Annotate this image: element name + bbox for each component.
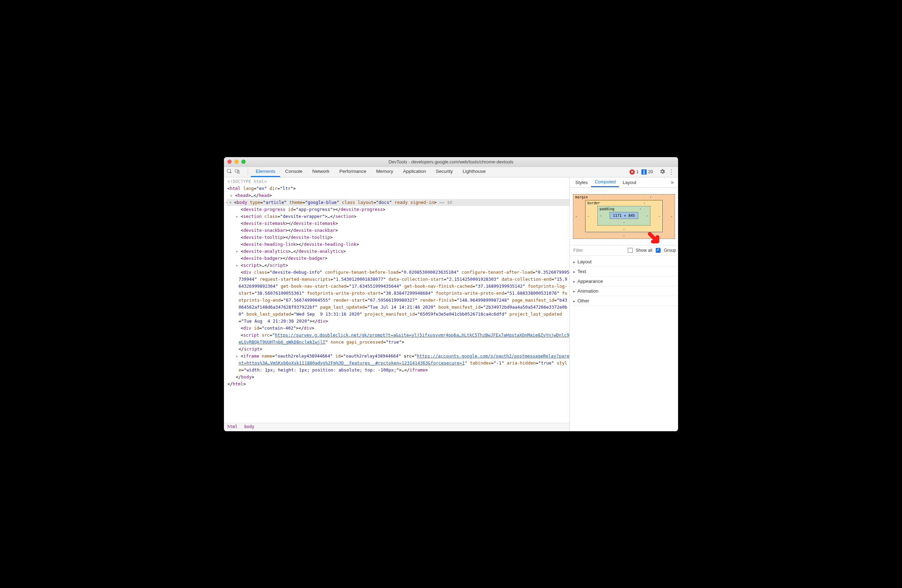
error-icon: ✕ xyxy=(630,169,635,175)
border-label: border xyxy=(587,202,600,205)
window-title: DevTools - developers.google.com/web/too… xyxy=(388,159,514,164)
group-label[interactable]: Group xyxy=(664,248,676,253)
close-icon[interactable] xyxy=(227,160,232,164)
svg-rect-2 xyxy=(238,170,239,173)
show-all-label[interactable]: Show all xyxy=(636,248,652,253)
message-count: 20 xyxy=(648,169,653,174)
sidebar: Styles Computed Layout » margin - - - - … xyxy=(570,177,678,431)
tab-styles[interactable]: Styles xyxy=(572,178,591,187)
minimize-icon[interactable] xyxy=(235,160,239,164)
message-icon: ❙ xyxy=(641,169,647,175)
tab-layout[interactable]: Layout xyxy=(619,178,640,187)
panel-tabs: Elements Console Network Performance Mem… xyxy=(251,167,490,177)
zoom-icon[interactable] xyxy=(241,160,246,164)
group-text[interactable]: Text xyxy=(570,267,678,277)
breadcrumb[interactable]: html body xyxy=(224,423,569,431)
group-animation[interactable]: Animation xyxy=(570,286,678,296)
content-size: 1171 × 845 xyxy=(609,212,638,219)
padding-label: padding xyxy=(600,207,614,211)
tab-network[interactable]: Network xyxy=(307,167,335,177)
more-menu-icon[interactable]: ⋮ xyxy=(668,170,675,174)
devtools-window: DevTools - developers.google.com/web/too… xyxy=(224,157,678,431)
elements-panel: <!DOCTYPE html><html lang="en" dir="ltr"… xyxy=(224,177,570,431)
main-toolbar: Elements Console Network Performance Mem… xyxy=(224,167,678,177)
crumb-body[interactable]: body xyxy=(244,424,254,429)
error-count: 1 xyxy=(636,169,639,174)
tab-console[interactable]: Console xyxy=(280,167,307,177)
arrow-callout-icon xyxy=(647,231,662,246)
group-checkbox[interactable] xyxy=(656,248,661,253)
show-all-checkbox[interactable] xyxy=(628,248,633,253)
traffic-lights xyxy=(227,160,246,164)
device-toolbar-icon[interactable] xyxy=(235,169,240,175)
tab-lighthouse[interactable]: Lighthouse xyxy=(458,167,490,177)
tab-application[interactable]: Application xyxy=(398,167,431,177)
group-other[interactable]: Other xyxy=(570,296,678,306)
settings-icon[interactable] xyxy=(659,168,666,176)
tab-computed[interactable]: Computed xyxy=(591,177,619,187)
computed-filter-row: Filter Show all Group xyxy=(570,245,678,256)
issues-counter[interactable]: ✕ 1 ❙ 20 xyxy=(630,169,653,175)
inspect-element-icon[interactable] xyxy=(227,169,232,175)
computed-groups: Layout Text Appearance Animation Other xyxy=(570,256,678,307)
sidebar-more-icon[interactable]: » xyxy=(669,178,676,187)
tab-elements[interactable]: Elements xyxy=(251,167,280,177)
margin-label: margin xyxy=(575,195,587,199)
crumb-html[interactable]: html xyxy=(227,424,238,429)
tab-performance[interactable]: Performance xyxy=(334,167,371,177)
dom-tree[interactable]: <!DOCTYPE html><html lang="en" dir="ltr"… xyxy=(224,177,569,423)
filter-input[interactable]: Filter xyxy=(573,248,624,253)
group-appearance[interactable]: Appearance xyxy=(570,277,678,286)
sidebar-tabs: Styles Computed Layout » xyxy=(570,177,678,188)
group-layout[interactable]: Layout xyxy=(570,257,678,267)
tab-memory[interactable]: Memory xyxy=(371,167,398,177)
window-titlebar: DevTools - developers.google.com/web/too… xyxy=(224,157,678,167)
tab-security[interactable]: Security xyxy=(431,167,458,177)
